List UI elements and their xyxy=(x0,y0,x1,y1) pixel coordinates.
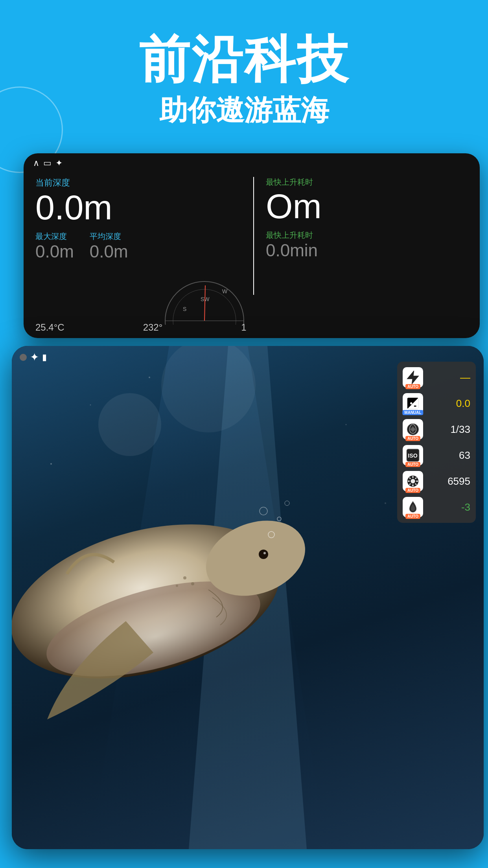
ascent-time-label: 最快上升耗时 xyxy=(266,230,468,241)
shutter-icon xyxy=(406,423,420,436)
phone2-status-bar: ✦ ▮ xyxy=(20,351,47,364)
svg-point-23 xyxy=(50,463,52,465)
ascent-value: Om xyxy=(266,189,468,224)
svg-point-24 xyxy=(90,405,91,406)
svg-point-25 xyxy=(149,377,150,378)
tint-icon xyxy=(406,500,420,514)
current-depth-value: 0.0m xyxy=(35,190,238,225)
current-depth-label: 当前深度 xyxy=(35,177,238,189)
svg-point-26 xyxy=(346,424,347,425)
temperature-display: 25.4°C xyxy=(35,322,64,333)
svg-marker-28 xyxy=(408,372,418,383)
shutter-control-row: AUTO 1/33 xyxy=(400,417,473,441)
tint-value: -3 xyxy=(427,501,470,513)
vertical-divider xyxy=(253,177,254,295)
iso-icon: ISO xyxy=(406,449,420,462)
status-phone-icon: ▭ xyxy=(43,158,52,168)
exposure-icon xyxy=(406,397,420,410)
iso-control-row: ISO AUTO 63 xyxy=(400,443,473,467)
wb-badge: AUTO xyxy=(405,488,420,493)
flash-icon xyxy=(406,371,420,384)
phone1-dive-computer: ∧ ▭ ✦ 当前深度 0.0m 最大深度 0.0m 平均深度 0.0m 最 xyxy=(24,153,480,338)
tint-icon-box[interactable]: AUTO xyxy=(403,497,423,517)
avg-depth-label: 平均深度 xyxy=(90,231,128,242)
shutter-value: 1/33 xyxy=(427,423,470,436)
whitebalance-icon xyxy=(406,474,420,488)
bearing-display: 232° xyxy=(143,322,163,333)
flash-value: — xyxy=(427,371,470,384)
svg-text:ISO: ISO xyxy=(408,452,417,459)
max-depth-label: 最大深度 xyxy=(35,231,74,242)
ascent-panel: 最快上升耗时 Om 最快上升耗时 0.0min xyxy=(262,177,468,307)
iso-icon-box[interactable]: ISO AUTO xyxy=(403,445,423,465)
status-up-arrow: ∧ xyxy=(33,158,39,168)
iso-value: 63 xyxy=(427,449,470,462)
shutter-badge: AUTO xyxy=(405,436,420,441)
header: 前沿科技 助你遨游蓝海 xyxy=(0,0,488,145)
exposure-icon-box[interactable]: MANUAL xyxy=(403,393,423,414)
wb-value: 6595 xyxy=(427,475,470,487)
avg-depth-value: 0.0m xyxy=(90,242,128,261)
svg-point-39 xyxy=(411,479,415,483)
svg-line-5 xyxy=(204,285,205,321)
flash-icon-box[interactable]: AUTO xyxy=(403,367,423,388)
iso-badge: AUTO xyxy=(405,462,420,467)
wb-icon-box[interactable]: AUTO xyxy=(403,471,423,491)
ascent-label: 最快上升耗时 xyxy=(266,177,468,188)
avg-depth-item: 平均深度 0.0m xyxy=(90,231,128,261)
svg-text:S: S xyxy=(183,306,186,312)
phone1-bottom-bar: 25.4°C 232° 1 xyxy=(24,316,480,338)
camera-controls-panel: AUTO — MANUAL 0.0 xyxy=(397,362,476,523)
flash-control-row: AUTO — xyxy=(400,366,473,389)
header-title: 前沿科技 xyxy=(0,31,488,88)
svg-text:W: W xyxy=(222,288,228,294)
tint-control-row: AUTO -3 xyxy=(400,495,473,519)
phone2-camera: ✦ ▮ AUTO — MAN xyxy=(12,346,484,849)
exposure-value: 0.0 xyxy=(427,397,470,410)
phone1-status-bar: ∧ ▭ ✦ xyxy=(24,153,480,173)
battery-icon: ▮ xyxy=(42,352,47,362)
max-depth-item: 最大深度 0.0m xyxy=(35,231,74,261)
shutter-icon-box[interactable]: AUTO xyxy=(403,419,423,440)
tint-badge: AUTO xyxy=(405,514,420,519)
max-depth-value: 0.0m xyxy=(35,242,74,261)
bt-icon: ✦ xyxy=(30,351,39,364)
svg-point-27 xyxy=(385,502,386,504)
flash-badge: AUTO xyxy=(405,384,420,389)
exposure-control-row: MANUAL 0.0 xyxy=(400,392,473,415)
wb-control-row: AUTO 6595 xyxy=(400,469,473,493)
status-bluetooth-icon: ✦ xyxy=(55,158,63,168)
camera-dot xyxy=(20,354,27,361)
exposure-badge: MANUAL xyxy=(402,410,423,415)
ascent-time-value: 0.0min xyxy=(266,241,468,260)
header-subtitle: 助你遨游蓝海 xyxy=(0,92,488,129)
other-display: 1 xyxy=(241,322,246,333)
